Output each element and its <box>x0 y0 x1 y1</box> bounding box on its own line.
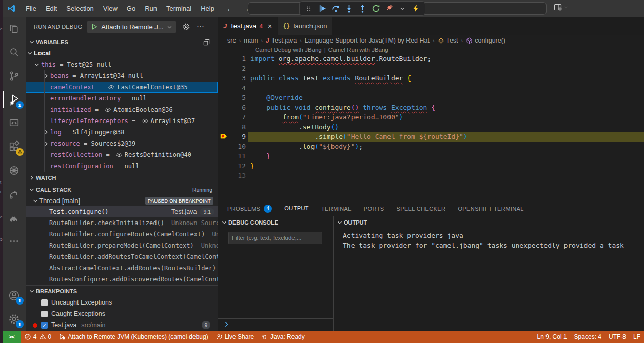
step-out-button[interactable] <box>356 3 368 15</box>
activity-extensions-icon[interactable]: ⚠ <box>3 135 26 158</box>
activity-settings-icon[interactable]: 1 <box>3 307 26 331</box>
lazy-eval-eye-icon[interactable] <box>108 84 115 91</box>
code-area[interactable]: 1import org.apache.camel.builder.RouteBu… <box>218 54 644 180</box>
stack-frame[interactable]: RoutesConfigurer.addDiscoveredRoutes(Cam… <box>26 274 218 285</box>
status-cursor-position[interactable]: Ln 9, Col 1 <box>534 331 571 343</box>
breakpoint-checkbox[interactable]: ✓ <box>41 322 48 329</box>
call-stack-title: CALL STACK <box>36 187 71 193</box>
codelens-camel-debug-link[interactable]: Camel Debug with JBang <box>255 47 322 53</box>
step-into-button[interactable] <box>343 3 355 15</box>
disconnect-button[interactable] <box>383 3 395 15</box>
panel-tab-ports[interactable]: PORTS <box>364 200 384 216</box>
variable-row-restConfiguration[interactable]: restConfiguration = null <box>26 160 218 172</box>
status-indentation[interactable]: Spaces: 4 <box>571 331 605 343</box>
activity-kubernetes-icon[interactable] <box>3 158 26 182</box>
menu-edit[interactable]: Edit <box>41 5 62 12</box>
lazy-eval-eye-icon[interactable] <box>115 151 123 158</box>
lazy-eval-eye-icon[interactable] <box>141 117 148 125</box>
customize-layout-button[interactable] <box>554 3 569 11</box>
breakpoint-row[interactable]: Uncaught Exceptions <box>26 297 218 308</box>
variable-row-log[interactable]: log = Slf4jLogger@38 <box>26 127 218 138</box>
variable-row-errorHandlerFactory[interactable]: errorHandlerFactory = null <box>26 93 218 104</box>
variable-row-this[interactable]: this = Test@25 null <box>26 59 218 70</box>
collapse-all-icon[interactable] <box>203 38 210 46</box>
tab-launch-json[interactable]: {}launch.json <box>277 17 332 35</box>
breadcrumb-item-test-java[interactable]: JTest.java <box>266 37 297 44</box>
breakpoint-row[interactable]: Caught Exceptions <box>26 308 218 319</box>
java-status[interactable]: Java: Ready <box>258 331 308 343</box>
gear-icon[interactable] <box>182 23 190 31</box>
breadcrumb-item-test[interactable]: Test <box>438 37 458 44</box>
thread-row[interactable]: Thread [main] PAUSED ON BREAKPOINT <box>26 195 218 206</box>
step-over-button[interactable] <box>329 3 342 15</box>
variable-row-resource[interactable]: resource = Sources$2@39 <box>26 138 218 149</box>
activity-run-and-debug-icon[interactable]: 1 <box>3 88 26 111</box>
debug-console-header[interactable]: DEBUG CONSOLE <box>218 216 333 229</box>
stack-frame[interactable]: RouteBuilder.prepareModel(CamelContext)U… <box>26 240 218 251</box>
back-button[interactable]: ← <box>222 4 238 13</box>
variable-row-beans[interactable]: beans = ArrayList@34 null <box>26 70 218 82</box>
live-share-status[interactable]: Live Share <box>212 331 258 343</box>
breakpoints-header[interactable]: BREAKPOINTS <box>26 286 218 297</box>
menu-help[interactable]: Help <box>196 5 219 12</box>
breakpoint-row[interactable]: ✓Test.javasrc/main9 <box>26 319 218 331</box>
codelens-camel-run-link[interactable]: Camel Run with JBang <box>328 47 388 53</box>
tab-test-java[interactable]: JTest.java4× <box>218 17 277 35</box>
menu-go[interactable]: Go <box>122 5 140 12</box>
stack-frame[interactable]: RouteBuilder.addRoutesToCamelContext(Cam… <box>26 251 218 263</box>
activity-accounts-icon[interactable]: 1 <box>3 284 26 307</box>
panel-tab-terminal[interactable]: TERMINAL <box>321 200 352 216</box>
stack-frame[interactable]: RouteBuilder.checkInitialized()Unknown S… <box>26 217 218 229</box>
panel-tab-spell-checker[interactable]: SPELL CHECKER <box>397 200 446 216</box>
menu-view[interactable]: View <box>99 5 122 12</box>
stop-options-chevron[interactable] <box>396 3 408 15</box>
continue-button[interactable] <box>316 3 328 15</box>
breakpoint-checkbox[interactable] <box>41 311 48 317</box>
views-more-actions[interactable]: ⋯ <box>197 22 205 31</box>
remote-indicator[interactable]: >< <box>3 331 21 343</box>
panel-tab-openshift-terminal[interactable]: OPENSHIFT TERMINAL <box>458 200 523 216</box>
stack-frame[interactable]: Test.configure()Test.java9:1 <box>26 206 218 217</box>
watch-header[interactable]: WATCH <box>26 172 218 184</box>
breadcrumb-item-src[interactable]: src <box>227 37 236 44</box>
menu-file[interactable]: File <box>21 5 41 12</box>
activity-camel-icon[interactable] <box>3 206 26 229</box>
status-encoding[interactable]: UTF-8 <box>605 331 630 343</box>
toolbar-drag-handle[interactable] <box>303 3 315 15</box>
menu-selection[interactable]: Selection <box>62 5 98 12</box>
variable-row-camelContext[interactable]: camelContext = FastCamelContext@35 <box>26 82 218 93</box>
debug-session-status[interactable]: Attach to Remote JVM (Kubernetes) (camel… <box>55 331 211 343</box>
problems-status[interactable]: 4 0 <box>21 331 55 343</box>
stack-frame[interactable]: AbstractCamelContext.addRoutes(RoutesBui… <box>26 263 218 274</box>
variable-row-restCollection[interactable]: restCollection = RestsDefinition@40 <box>26 149 218 160</box>
restart-button[interactable] <box>369 3 382 15</box>
output-header[interactable]: OUTPUT <box>334 216 644 229</box>
call-stack-header[interactable]: CALL STACK Running <box>26 184 218 195</box>
hot-code-replace-button[interactable] <box>409 3 422 15</box>
variable-row-lifecycleInterceptors[interactable]: lifecycleInterceptors = ArrayList@37 <box>26 115 218 127</box>
breadcrumb-item-main[interactable]: main <box>244 37 258 44</box>
activity-remote-explorer-icon[interactable] <box>3 111 26 135</box>
panel-tab-output[interactable]: OUTPUT <box>284 200 309 216</box>
debug-console-repl-input[interactable] <box>218 318 333 330</box>
breadcrumb-item-configure-[interactable]: configure() <box>466 37 505 44</box>
activity-search-icon[interactable] <box>3 41 26 64</box>
close-tab-icon[interactable]: × <box>268 22 272 30</box>
menu-run[interactable]: Run <box>140 5 162 12</box>
variables-header[interactable]: VARIABLES <box>26 36 218 48</box>
activity-source-control-icon[interactable] <box>3 64 26 88</box>
activity-more-icon[interactable] <box>3 229 26 253</box>
debug-console-filter-input[interactable] <box>228 232 322 244</box>
menu-terminal[interactable]: Terminal <box>162 5 196 12</box>
panel-tab-problems[interactable]: PROBLEMS4 <box>227 200 272 216</box>
lazy-eval-eye-icon[interactable] <box>104 106 111 113</box>
variable-row-initialized[interactable]: initialized = AtomicBoolean@36 <box>26 104 218 115</box>
status-eol[interactable]: LF <box>630 331 644 343</box>
breakpoint-checkbox[interactable] <box>41 299 48 306</box>
activity-openshift-icon[interactable] <box>3 182 26 206</box>
launch-config-select[interactable]: Attach to Remote J... <box>87 21 175 33</box>
variable-row-Local[interactable]: Local <box>26 48 218 59</box>
breadcrumb-item-language-support-for-java-tm-by-red-hat[interactable]: Language Support for Java(TM) by Red Hat <box>305 37 430 44</box>
activity-explorer-icon[interactable] <box>3 17 26 41</box>
stack-frame[interactable]: RouteBuilder.configureRoutes(CamelContex… <box>26 229 218 240</box>
